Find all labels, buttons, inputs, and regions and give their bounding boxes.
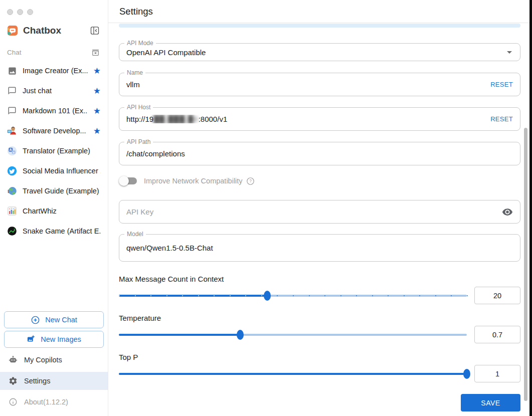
- info-icon: [9, 397, 18, 406]
- clear-conversations-icon[interactable]: [91, 48, 100, 57]
- maximize-window-button[interactable]: [27, 9, 33, 15]
- api-mode-select[interactable]: API Mode OpenAI API Compatible: [119, 43, 520, 61]
- conversation-label: Translator (Example): [23, 147, 101, 155]
- api-mode-label: API Mode: [124, 40, 156, 47]
- sidebar-item-about[interactable]: About(1.12.2): [0, 393, 108, 411]
- api-path-field[interactable]: API Path /chat/completions: [119, 142, 520, 165]
- model-value: qwen/Qwen1.5-0.5B-Chat: [126, 244, 513, 252]
- conversation-item-translator[interactable]: A a Translator (Example): [0, 141, 108, 161]
- app-title: Chatbox: [23, 25, 90, 36]
- plus-circle-icon: [31, 315, 40, 325]
- api-host-value: http://19██.███.█0:8000/v1: [126, 115, 490, 123]
- twitter-bird-icon: [7, 166, 17, 176]
- new-chat-label: New Chat: [45, 316, 77, 324]
- close-window-button[interactable]: [7, 9, 13, 15]
- name-label: Name: [124, 69, 145, 77]
- new-images-button[interactable]: New Images: [4, 331, 104, 348]
- reset-api-host-button[interactable]: RESET: [490, 115, 513, 123]
- settings-form: API Mode OpenAI API Compatible Name vllm…: [108, 23, 532, 416]
- chatbox-logo-icon: [7, 25, 18, 36]
- my-copilots-label: My Copilots: [24, 356, 62, 364]
- star-icon[interactable]: ★: [93, 127, 101, 135]
- slider-thumb[interactable]: [463, 369, 470, 379]
- translate-emoji-icon: A a: [7, 146, 17, 156]
- help-icon[interactable]: ?: [246, 177, 255, 185]
- model-field[interactable]: Model qwen/Qwen1.5-0.5B-Chat: [119, 234, 520, 262]
- svg-text:A: A: [10, 148, 12, 151]
- conversation-item-snake-game[interactable]: Snake Game (Artifact E...: [0, 221, 108, 241]
- settings-panel: Settings API Mode OpenAI API Compatible …: [108, 0, 532, 416]
- reset-name-button[interactable]: RESET: [490, 81, 513, 88]
- save-row: SAVE: [119, 394, 520, 411]
- sidebar-item-my-copilots[interactable]: My Copilots: [0, 351, 108, 369]
- chevron-down-icon: [507, 51, 512, 54]
- top-p-slider[interactable]: [119, 369, 467, 379]
- sidebar-bottom: New Chat New Images: [0, 309, 108, 416]
- api-mode-value: OpenAI API Compatible: [126, 48, 507, 57]
- temperature-slider[interactable]: [119, 330, 467, 340]
- network-compat-row: Improve Network Compatibility ?: [119, 175, 520, 187]
- star-icon[interactable]: ★: [93, 87, 101, 95]
- window-edge: [529, 0, 532, 416]
- conversation-item-social-media[interactable]: Social Media Influencer ...: [0, 161, 108, 181]
- minimize-window-button[interactable]: [17, 9, 23, 15]
- network-compat-toggle[interactable]: [120, 177, 137, 184]
- new-chat-button[interactable]: New Chat: [4, 311, 104, 328]
- snake-game-icon: [7, 226, 17, 236]
- api-key-field[interactable]: [119, 200, 520, 224]
- scrolled-tab-sliver: [119, 24, 520, 28]
- redacted-host-segment: ██.███.█0: [153, 115, 198, 123]
- star-icon[interactable]: ★: [93, 107, 101, 115]
- conversation-item-chartwhiz[interactable]: ChartWhiz: [0, 201, 108, 221]
- max-message-count-label: Max Message Count in Context: [119, 274, 520, 284]
- chatbox-window: Chatbox Chat: [0, 0, 532, 416]
- model-label: Model: [124, 231, 146, 238]
- globe-emoji-icon: [7, 186, 17, 196]
- max-message-count-slider[interactable]: [119, 291, 467, 301]
- collapse-sidebar-icon[interactable]: [90, 26, 100, 36]
- save-button[interactable]: SAVE: [461, 394, 520, 411]
- api-key-input[interactable]: [126, 207, 502, 216]
- api-host-field[interactable]: API Host http://19██.███.█0:8000/v1 RESE…: [119, 107, 520, 131]
- conversation-label: ChartWhiz: [23, 207, 101, 215]
- slider-thumb[interactable]: [237, 330, 244, 340]
- settings-label: Settings: [24, 377, 50, 385]
- sidebar: Chatbox Chat: [0, 0, 108, 416]
- network-compat-label: Improve Network Compatibility: [144, 177, 243, 185]
- top-p-value[interactable]: 1: [474, 365, 520, 382]
- name-value: vllm: [126, 80, 490, 89]
- api-host-label: API Host: [124, 104, 153, 111]
- window-controls: [0, 0, 108, 15]
- conversation-item-markdown-101[interactable]: Markdown 101 (Ex... ★: [0, 101, 108, 121]
- conversation-list: Image Creator (Ex... ★ Just chat ★ Markd…: [0, 61, 108, 241]
- conversation-label: Just chat: [23, 87, 88, 95]
- image-icon: [7, 66, 17, 76]
- chat-section-label: Chat: [7, 49, 22, 56]
- conversation-label: Social Media Influencer ...: [23, 167, 101, 175]
- name-field[interactable]: Name vllm RESET: [119, 73, 520, 96]
- conversation-item-image-creator[interactable]: Image Creator (Ex... ★: [0, 61, 108, 81]
- conversation-item-software-developer[interactable]: Software Develop... ★: [0, 121, 108, 141]
- conversation-label: Image Creator (Ex...: [23, 67, 88, 75]
- about-label: About(1.12.2): [24, 398, 68, 406]
- bar-chart-emoji-icon: [7, 206, 17, 216]
- conversation-item-just-chat[interactable]: Just chat ★: [0, 81, 108, 101]
- chat-section-header: Chat: [0, 36, 108, 61]
- eye-icon[interactable]: [502, 206, 513, 218]
- sidebar-item-settings[interactable]: Settings: [0, 372, 108, 390]
- api-path-value: /chat/completions: [126, 149, 513, 158]
- max-message-count-value[interactable]: 20: [474, 287, 520, 304]
- slider-thumb[interactable]: [264, 291, 271, 301]
- conversation-item-travel-guide[interactable]: Travel Guide (Example): [0, 181, 108, 201]
- technologist-emoji-icon: [7, 126, 17, 136]
- top-p-label: Top P: [119, 352, 520, 362]
- scrollbar[interactable]: [524, 128, 527, 401]
- page-header: Settings: [108, 0, 532, 23]
- temperature-value[interactable]: 0.7: [474, 326, 520, 343]
- robot-icon: [9, 355, 18, 364]
- svg-text:?: ?: [249, 179, 252, 183]
- star-icon[interactable]: ★: [93, 67, 101, 75]
- conversation-label: Snake Game (Artifact E...: [23, 227, 101, 235]
- temperature-label: Temperature: [119, 313, 520, 323]
- temperature-row: 0.7: [119, 326, 520, 343]
